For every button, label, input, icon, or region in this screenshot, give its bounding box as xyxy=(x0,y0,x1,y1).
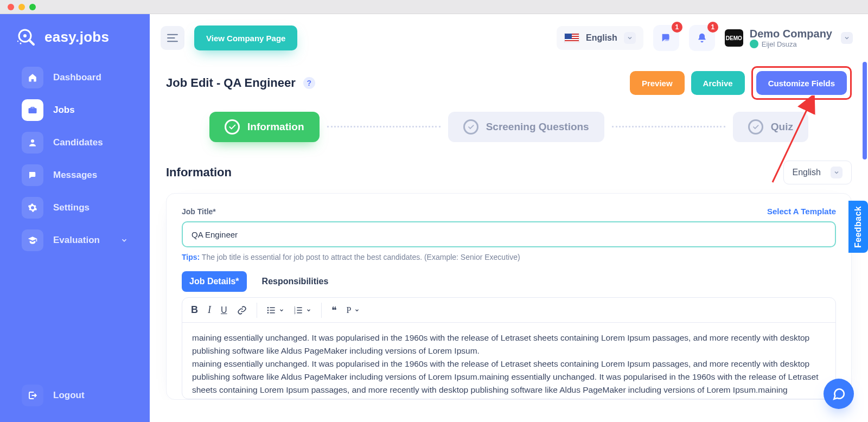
sidebar-bottom: Logout xyxy=(0,384,150,422)
check-icon xyxy=(748,119,763,135)
customize-fields-button[interactable]: Customize Fields xyxy=(756,71,847,95)
sidebar-item-label: Settings xyxy=(53,202,90,213)
sidebar-item-messages[interactable]: Messages xyxy=(15,164,135,187)
logout-icon xyxy=(22,385,43,406)
editor-body[interactable]: maining essentially unchanged. It was po… xyxy=(182,323,835,399)
sidebar-item-label: Jobs xyxy=(53,105,75,116)
section-header: Information English xyxy=(166,161,852,184)
sidebar-item-label: Messages xyxy=(53,170,97,181)
sidebar-item-label: Evaluation xyxy=(53,235,100,246)
sidebar-item-settings[interactable]: Settings xyxy=(15,196,135,219)
window-max-dot[interactable] xyxy=(29,4,36,10)
logo-icon xyxy=(15,26,37,48)
paragraph-button[interactable]: P xyxy=(347,305,360,315)
brand-logo[interactable]: easy.jobs xyxy=(0,26,150,62)
step-information[interactable]: Information xyxy=(209,112,320,142)
detail-tabs: Job Details* Responsibilities xyxy=(182,271,836,292)
tab-job-details[interactable]: Job Details* xyxy=(182,271,247,292)
topbar: View Company Page English 1 1 DEMO Demo … xyxy=(150,14,868,62)
brand-name: easy.jobs xyxy=(44,29,109,46)
page-title: Job Edit - QA Engineer xyxy=(166,76,296,90)
svg-point-6 xyxy=(267,307,269,309)
sidebar-item-jobs[interactable]: Jobs xyxy=(15,99,135,122)
tips-text: Tips: The job title is essential for job… xyxy=(182,253,836,261)
sidebar-nav: Dashboard Jobs Candidates Messages Setti… xyxy=(0,62,150,252)
rich-editor: B I U 123 ❝ P maining essentially unchan… xyxy=(182,297,836,399)
avatar xyxy=(750,40,758,48)
link-button[interactable] xyxy=(237,305,247,315)
job-title-input[interactable] xyxy=(182,221,836,247)
bold-button[interactable]: B xyxy=(191,304,198,316)
sidebar: easy.jobs Dashboard Jobs Candidates Mess… xyxy=(0,14,150,422)
menu-toggle-button[interactable] xyxy=(161,26,184,50)
home-icon xyxy=(22,67,43,88)
svg-point-4 xyxy=(31,139,34,143)
step-screening[interactable]: Screening Questions xyxy=(448,112,604,142)
preview-button[interactable]: Preview xyxy=(630,71,685,95)
page: Job Edit - QA Engineer ? Preview Archive… xyxy=(150,62,868,400)
window-close-dot[interactable] xyxy=(8,4,14,10)
messages-icon xyxy=(22,164,43,186)
window-min-dot[interactable] xyxy=(18,4,25,10)
step-label: Information xyxy=(247,121,304,133)
feedback-tab[interactable]: Feedback xyxy=(848,201,868,253)
notifications-button[interactable]: 1 xyxy=(689,25,715,51)
chevron-down-icon xyxy=(120,236,128,244)
underline-button[interactable]: U xyxy=(221,305,227,315)
check-icon xyxy=(225,119,240,135)
number-list-button[interactable]: 123 xyxy=(294,306,311,314)
user-name: Eijel Dsuza xyxy=(762,40,797,48)
bell-badge: 1 xyxy=(707,22,718,33)
step-connector xyxy=(327,126,441,128)
bullet-list-button[interactable] xyxy=(267,306,284,314)
job-title-label: Job Title* xyxy=(182,207,216,216)
chat-button[interactable]: 1 xyxy=(653,25,679,51)
sidebar-item-label: Dashboard xyxy=(53,72,101,83)
section-language-select[interactable]: English xyxy=(783,161,852,184)
sidebar-item-candidates[interactable]: Candidates xyxy=(15,131,135,154)
italic-button[interactable]: I xyxy=(208,304,211,316)
sidebar-item-label: Logout xyxy=(53,390,85,401)
language-selector[interactable]: English xyxy=(557,26,643,50)
paragraph: maining essentially unchanged. It was po… xyxy=(192,331,826,357)
svg-point-1 xyxy=(23,34,27,37)
main: View Company Page English 1 1 DEMO Demo … xyxy=(150,14,868,422)
step-quiz[interactable]: Quiz xyxy=(733,112,808,142)
check-icon xyxy=(463,119,478,135)
page-header: Job Edit - QA Engineer ? Preview Archive… xyxy=(166,66,852,100)
language-label: English xyxy=(586,33,617,43)
briefcase-icon xyxy=(22,99,43,121)
svg-text:3: 3 xyxy=(294,311,296,314)
sidebar-item-logout[interactable]: Logout xyxy=(15,384,135,407)
graduation-icon xyxy=(22,229,43,251)
step-label: Quiz xyxy=(771,121,793,133)
paragraph: maining essentially unchanged. It was po… xyxy=(192,357,826,399)
company-logo: DEMO xyxy=(725,29,743,47)
company-name: Demo Company xyxy=(750,28,832,40)
tab-responsibilities[interactable]: Responsibilities xyxy=(254,271,336,292)
sidebar-item-evaluation[interactable]: Evaluation xyxy=(15,229,135,252)
select-template-link[interactable]: Select A Template xyxy=(767,207,836,216)
help-icon[interactable]: ? xyxy=(303,77,315,89)
sidebar-item-dashboard[interactable]: Dashboard xyxy=(15,66,135,89)
sidebar-item-label: Candidates xyxy=(53,137,103,148)
flag-icon xyxy=(564,33,579,43)
section-language-label: English xyxy=(793,168,821,177)
window-chrome xyxy=(0,0,868,14)
view-company-button[interactable]: View Company Page xyxy=(194,25,297,50)
chat-badge: 1 xyxy=(672,22,682,33)
step-connector xyxy=(612,126,725,128)
company-switcher[interactable]: DEMO Demo Company Eijel Dsuza xyxy=(725,28,853,48)
stepper: Information Screening Questions Quiz xyxy=(166,112,852,142)
chevron-down-icon xyxy=(831,167,843,178)
svg-point-2 xyxy=(20,43,22,44)
section-title: Information xyxy=(166,165,232,180)
help-chat-button[interactable] xyxy=(824,379,854,409)
information-card: Job Title* Select A Template Tips: The j… xyxy=(166,193,852,400)
archive-button[interactable]: Archive xyxy=(691,71,745,95)
annotation-highlight: Customize Fields xyxy=(751,66,852,100)
chevron-down-icon xyxy=(624,32,636,44)
chevron-down-icon xyxy=(841,32,853,44)
step-label: Screening Questions xyxy=(486,121,589,133)
quote-button[interactable]: ❝ xyxy=(331,304,337,316)
